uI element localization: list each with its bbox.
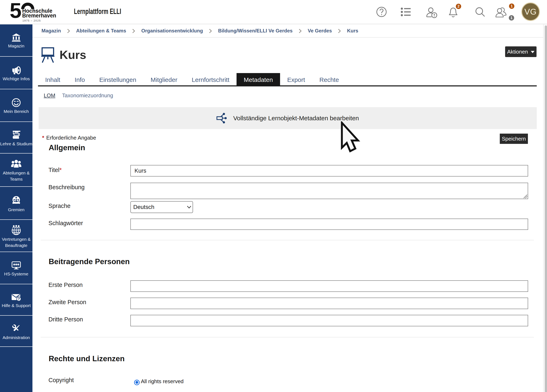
svg-text:?: ? (18, 297, 20, 301)
